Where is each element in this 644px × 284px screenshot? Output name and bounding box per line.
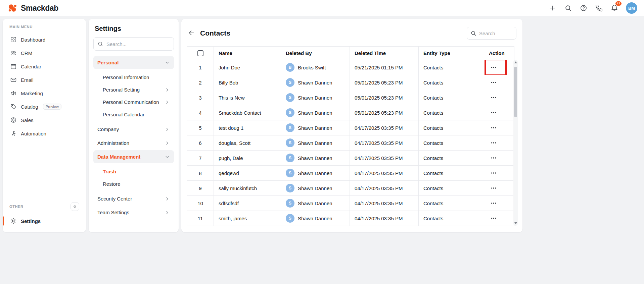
cell-action (484, 196, 514, 211)
sidebar-item-calendar[interactable]: Calendar (7, 60, 82, 73)
row-actions-button[interactable] (489, 139, 498, 147)
cell-deleted-by: S Shawn Dannen (281, 120, 350, 135)
cell-deleted-by: S Shawn Dannen (281, 196, 350, 211)
cell-action (484, 166, 514, 181)
cell-action (484, 151, 514, 166)
row-number: 8 (187, 166, 214, 181)
cell-deleted-time: 04/17/2025 03:35 PM (350, 211, 419, 226)
user-initial-avatar: S (286, 93, 294, 102)
cell-entity-type: Contacts (419, 211, 484, 226)
table-scrollbar[interactable] (513, 60, 518, 226)
table-row: 6 douglas, Scott S Shawn Dannen 04/17/20… (187, 135, 514, 151)
settings-item-team-settings[interactable]: Team Settings (93, 206, 174, 219)
catalog-icon (10, 103, 17, 110)
scrollbar-thumb[interactable] (514, 67, 517, 117)
brand: Smackdab (7, 3, 58, 13)
cell-name: John Doe (214, 60, 281, 75)
settings-search-input[interactable] (93, 37, 174, 51)
settings-item-label: Security Center (97, 196, 132, 202)
settings-subitem-personal-calendar[interactable]: Personal Calendar (99, 108, 174, 121)
row-actions-button[interactable] (489, 63, 498, 71)
brand-name: Smackdab (21, 4, 58, 13)
user-initial-avatar: S (286, 78, 294, 87)
main-menu-sidebar: MAIN MENU Dashboard CRM Calendar Email M… (3, 19, 86, 232)
settings-item-personal[interactable]: Personal (93, 56, 174, 69)
column-header-entity-type: Entity Type (419, 47, 484, 60)
settings-item-data-management[interactable]: Data Management (93, 150, 174, 163)
row-actions-button[interactable] (489, 169, 498, 177)
sidebar-item-automation[interactable]: Automation (7, 127, 82, 140)
search-icon (97, 41, 103, 47)
dashboard-icon (10, 36, 17, 43)
sidebar-item-marketing[interactable]: Marketing (7, 87, 82, 100)
deleted-by-name: Shawn Dannen (298, 201, 332, 206)
top-header: Smackdab +1 BM (0, 0, 644, 16)
settings-subitem-label: Personal Communication (103, 99, 159, 105)
settings-subitem-restore[interactable]: Restore (99, 178, 174, 190)
cell-entity-type: Contacts (419, 120, 484, 135)
add-button[interactable] (549, 4, 557, 12)
settings-subitem-personal-information[interactable]: Personal Information (99, 71, 174, 83)
cell-action (484, 60, 514, 75)
settings-subitem-personal-communication[interactable]: Personal Communication (99, 96, 174, 108)
sidebar-item-email[interactable]: Email (7, 73, 82, 87)
settings-subitem-trash[interactable]: Trash (99, 165, 174, 178)
row-number: 9 (187, 181, 214, 196)
table-row: 10 sdfsdfsdf S Shawn Dannen 04/17/2025 0… (187, 196, 514, 211)
sidebar-item-crm[interactable]: CRM (7, 46, 82, 60)
user-initial-avatar: S (286, 214, 294, 223)
settings-item-security-center[interactable]: Security Center (93, 192, 174, 205)
help-button[interactable] (580, 4, 588, 12)
row-actions-button[interactable] (489, 184, 498, 192)
row-actions-button[interactable] (489, 94, 498, 102)
phone-button[interactable] (595, 4, 603, 12)
sidebar-item-label: Catalog (21, 104, 38, 110)
cell-deleted-time: 05/01/2025 05:23 PM (350, 105, 419, 120)
table-row: 9 sally muckinfutch S Shawn Dannen 04/17… (187, 181, 514, 196)
cell-deleted-time: 04/17/2025 03:35 PM (350, 135, 419, 151)
row-actions-button[interactable] (489, 199, 498, 207)
row-number: 1 (187, 60, 214, 75)
row-actions-button[interactable] (489, 78, 498, 87)
chevron-right-icon (165, 100, 170, 105)
sidebar-item-label: Automation (21, 131, 46, 136)
deleted-by-name: Shawn Dannen (298, 125, 332, 131)
back-button[interactable] (187, 29, 195, 37)
search-button[interactable] (564, 4, 572, 12)
settings-subitem-personal-setting[interactable]: Personal Setting (99, 83, 174, 96)
row-actions-button[interactable] (489, 124, 498, 132)
cell-name: This is New (214, 90, 281, 105)
table-header-row: NameDeleted ByDeleted TimeEntity TypeAct… (187, 47, 514, 60)
cell-deleted-time: 05/21/2025 01:15 PM (350, 60, 419, 75)
row-actions-button[interactable] (489, 154, 498, 162)
row-number: 3 (187, 90, 214, 105)
row-actions-button[interactable] (489, 109, 498, 117)
select-all-checkbox[interactable] (197, 50, 203, 56)
sidebar-item-dashboard[interactable]: Dashboard (7, 33, 82, 46)
scrollbar-up-arrow[interactable] (514, 61, 517, 63)
sidebar-item-sales[interactable]: Sales (7, 113, 82, 127)
sidebar-item-label: Email (21, 77, 34, 83)
contacts-search-input[interactable] (479, 31, 513, 36)
table-body: 1 John Doe B Brooks Swift 05/21/2025 01:… (187, 60, 514, 226)
row-actions-button[interactable] (489, 214, 498, 222)
sidebar-item-settings[interactable]: Settings (7, 214, 82, 228)
contacts-panel: Contacts NameDeleted ByDeleted TimeEntit… (181, 19, 522, 232)
row-number: 6 (187, 135, 214, 151)
settings-item-administration[interactable]: Administration (93, 136, 174, 150)
user-avatar[interactable]: BM (626, 2, 637, 14)
collapse-sidebar-button[interactable] (71, 202, 79, 211)
other-label: OTHER (9, 205, 24, 209)
column-header-action: Action (484, 47, 514, 60)
deleted-by-name: Shawn Dannen (298, 185, 332, 191)
cell-action (484, 120, 514, 135)
cell-name: pugh, Dale (214, 151, 281, 166)
table-row: 1 John Doe B Brooks Swift 05/21/2025 01:… (187, 60, 514, 75)
cell-entity-type: Contacts (419, 105, 484, 120)
scrollbar-down-arrow[interactable] (514, 222, 517, 224)
cell-name: test doug 1 (214, 120, 281, 135)
sidebar-item-catalog[interactable]: Catalog Preview (7, 100, 82, 113)
notifications-button[interactable]: +1 (610, 4, 618, 12)
search-icon (470, 30, 476, 36)
settings-item-company[interactable]: Company (93, 123, 174, 136)
